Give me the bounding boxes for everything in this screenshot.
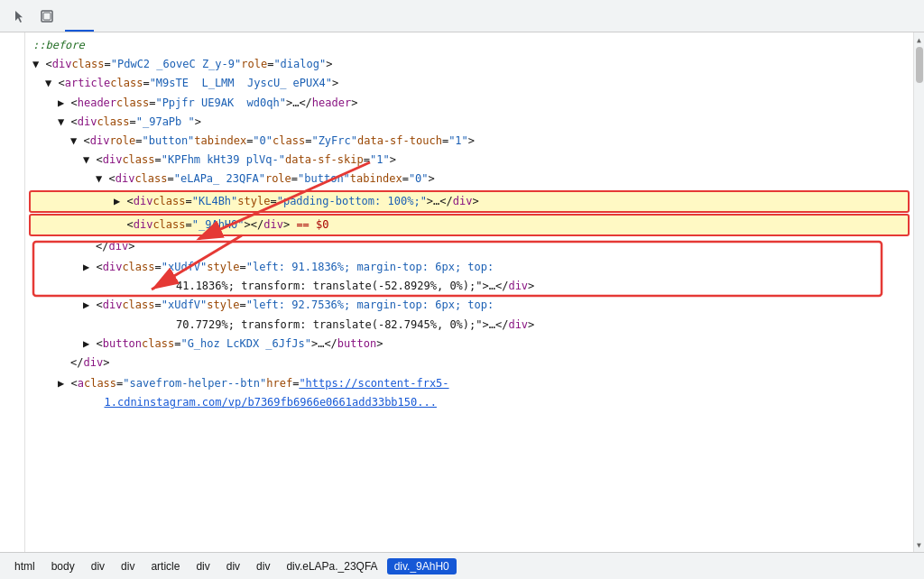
code-line[interactable]: ▼ <div role="button" tabindex="0" class=… — [25, 132, 913, 151]
code-line[interactable]: ▼ <div class="eLAPa_ 23QFA" role="button… — [25, 170, 913, 188]
scroll-down-arrow[interactable]: ▼ — [914, 539, 925, 550]
breadcrumb-item-bc-div5[interactable]: div — [249, 558, 277, 574]
tab-console[interactable] — [94, 0, 123, 32]
code-line[interactable]: ▼ <div class="PdwC2 _6oveC Z_y-9" role="… — [25, 55, 913, 74]
breadcrumb-item-bc-article[interactable]: article — [143, 558, 187, 574]
code-line[interactable]: ▼ <article class="M9sTE L_LMM JyscU_ ePU… — [25, 74, 913, 93]
code-line[interactable]: ▶ <button class="G_hoz LcKDX _6JfJs">…</… — [25, 335, 913, 354]
code-line[interactable]: 70.7729%; transform: translate(-82.7945%… — [25, 316, 913, 335]
code-line[interactable]: ▶ <div class="xUdfV" style="left: 91.183… — [25, 258, 913, 277]
scrollbar[interactable]: ▲ ▼ — [913, 32, 924, 552]
code-line[interactable]: </div> — [25, 237, 913, 256]
code-line[interactable]: ▶ <div class="KL4Bh" style="padding-bott… — [29, 190, 910, 213]
tab-elements[interactable] — [65, 0, 94, 32]
scrollbar-thumb[interactable] — [916, 47, 923, 83]
devtools-body: ::before▼ <div class="PdwC2 _6oveC Z_y-9… — [0, 32, 924, 552]
svg-rect-1 — [43, 13, 51, 20]
code-line[interactable]: </div> — [25, 354, 913, 372]
tab-performance[interactable] — [180, 0, 209, 32]
breadcrumb-item-bc-html[interactable]: html — [7, 558, 42, 574]
code-line[interactable]: 41.1836%; transform: translate(-52.8929%… — [25, 277, 913, 296]
tab-sources[interactable] — [123, 0, 152, 32]
breadcrumb-item-bc-div4[interactable]: div — [219, 558, 247, 574]
scroll-up-arrow[interactable]: ▲ — [914, 34, 925, 45]
devtools-menu-button[interactable] — [859, 4, 884, 29]
breadcrumb-item-bc-div-elapa[interactable]: div.eLAPa._23QFA — [279, 558, 384, 574]
layers-icon[interactable] — [34, 4, 60, 29]
code-line[interactable]: ▼ <div class="_97aPb "> — [25, 113, 913, 132]
breadcrumb-item-bc-div2[interactable]: div — [114, 558, 142, 574]
code-line[interactable]: <div class="_9AhH0"></div> == $0 — [29, 214, 910, 236]
code-line[interactable]: 1.cdninstagram.com/vp/b7369fb6966e0661ad… — [25, 393, 913, 412]
tab-list — [65, 0, 209, 32]
cursor-icon[interactable] — [7, 4, 32, 29]
breadcrumb-item-bc-div-9ahh0[interactable]: div._9AhH0 — [387, 558, 457, 574]
code-content[interactable]: ::before▼ <div class="PdwC2 _6oveC Z_y-9… — [25, 32, 913, 552]
breadcrumb-item-bc-body[interactable]: body — [44, 558, 82, 574]
code-line[interactable]: ▶ <header class="Ppjfr UE9AK wd0qh">…</h… — [25, 94, 913, 113]
close-devtools-button[interactable] — [890, 4, 915, 29]
breadcrumb-item-bc-div1[interactable]: div — [84, 558, 112, 574]
breadcrumb-item-bc-div3[interactable]: div — [189, 558, 217, 574]
code-line[interactable]: ::before — [25, 36, 913, 55]
code-line[interactable]: ▼ <div class="KPFhm kHt39 plVq-" data-sf… — [25, 151, 913, 170]
breadcrumb-bar: html body div div article div div div di… — [0, 552, 924, 579]
code-panel: ::before▼ <div class="PdwC2 _6oveC Z_y-9… — [25, 32, 913, 552]
side-panel-dots — [0, 32, 25, 552]
tab-network[interactable] — [152, 0, 180, 32]
tab-end-icons — [859, 4, 917, 29]
code-line[interactable]: ▶ <div class="xUdfV" style="left: 92.753… — [25, 296, 913, 315]
devtools-tab-bar — [0, 0, 924, 32]
code-line[interactable]: ▶ <a class="savefrom-helper--btn" href="… — [25, 374, 913, 393]
